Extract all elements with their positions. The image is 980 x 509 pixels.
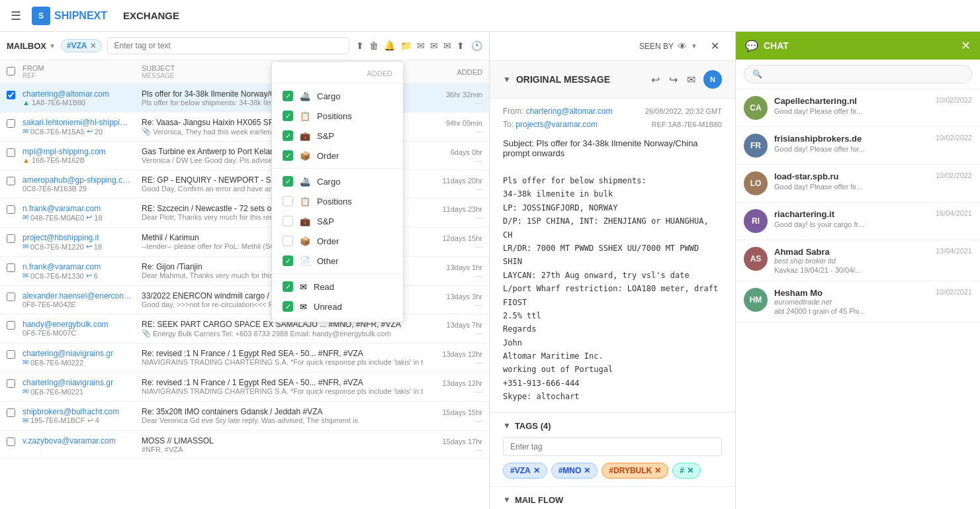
filter-icon-1[interactable]: ⬆ [355, 39, 365, 52]
row-checkbox-5[interactable] [7, 233, 22, 245]
search-input[interactable] [107, 37, 349, 54]
row-checkbox-0[interactable] [7, 89, 22, 101]
mailbox-label[interactable]: MAILBOX ▼ [7, 41, 56, 51]
row-checkbox-6[interactable] [7, 262, 22, 274]
message-date: 26/08/2022, 20:32 GMT [645, 107, 722, 115]
table-row[interactable]: sakari.lehtoniemi@hl-shipping... ✉ 0C8-7… [0, 113, 489, 142]
table-row[interactable]: project@hbshipping.it ✉ 0C8-7E6-M1220 ↩ … [0, 228, 489, 257]
row-checkbox-10[interactable] [7, 378, 22, 390]
checkbox-read[interactable]: ✓ [283, 281, 293, 292]
filter-icon-2[interactable]: 🗑 [368, 39, 380, 52]
row-checkbox-4[interactable] [7, 204, 22, 216]
checkbox-unread[interactable]: ✓ [283, 301, 293, 312]
tag-chip-remove[interactable]: ✕ [90, 42, 96, 50]
row-checkbox-7[interactable] [7, 291, 22, 303]
mail-from-section: project@hbshipping.it ✉ 0C8-7E6-M1220 ↩ … [22, 233, 142, 251]
chat-date-0: 10/02/2022 [936, 96, 972, 104]
col-from-header: FROM REF [22, 64, 142, 79]
table-row[interactable]: handy@energybulk.com 0F8-7E6-M007C RE: S… [0, 314, 489, 344]
mail-from-11: shipbrokers@bulfracht.com [22, 407, 132, 416]
mailflow-toggle[interactable]: ▼ [503, 495, 511, 504]
reply-button[interactable]: ↩ [648, 71, 662, 89]
filter-icon-envelope2[interactable]: ✉ [429, 39, 439, 52]
checkbox-positions1[interactable]: ✓ [283, 111, 293, 121]
table-row[interactable]: chartering@niavigrains.gr ✉ 0E8-7E6-M022… [0, 344, 489, 373]
mail-content-12: MOSS // LIMASSOL #NFR, #VZA [142, 436, 423, 453]
tag-remove-drybulk[interactable]: ✕ [654, 466, 661, 475]
checkbox-other[interactable]: ✓ [283, 255, 293, 266]
chat-close-button[interactable]: ✕ [961, 38, 971, 53]
checkbox-order2[interactable] [283, 236, 293, 246]
order1-icon: 📦 [300, 151, 310, 161]
dropdown-item-other[interactable]: ✓ 📄 Other [272, 251, 403, 271]
row-checkbox-8[interactable] [7, 320, 22, 332]
select-all-checkbox[interactable] [7, 67, 15, 75]
checkbox-cargo1[interactable]: ✓ [283, 91, 293, 101]
tag-remove-mno[interactable]: ✕ [584, 466, 590, 475]
chat-item-1[interactable]: FR frisianshipbrokers.de Good day! Pleas… [736, 127, 980, 165]
table-row[interactable]: mpl@mpl-shipping.com ▲ 168-7E6-M162B Gas… [0, 142, 489, 170]
tag-remove-extra[interactable]: ✕ [687, 466, 693, 475]
chat-item-4[interactable]: AS Ahmad Sabra best ship broker ltd Kavk… [736, 240, 980, 281]
row-checkbox-1[interactable] [7, 118, 22, 130]
tag-input[interactable] [503, 438, 722, 456]
tag-remove-vza[interactable]: ✕ [533, 466, 540, 475]
chat-item-5[interactable]: HM Hesham Mo euromedtrade.net abt 24000 … [736, 281, 980, 322]
dropdown-item-cargo1[interactable]: ✓ 🚢 Cargo [272, 86, 403, 106]
dropdown-item-snp1[interactable]: ✓ 💼 S&P [272, 126, 403, 146]
chat-search-input[interactable] [744, 65, 972, 83]
table-row[interactable]: chartering@altomar.com ▲ 1A8-7E6-M1B80 P… [0, 84, 489, 113]
dropdown-item-unread[interactable]: ✓ ✉ Unread [272, 297, 403, 316]
checkbox-snp1[interactable]: ✓ [283, 130, 293, 141]
checkbox-order1[interactable]: ✓ [283, 150, 293, 161]
tags-toggle[interactable]: ▼ [503, 421, 511, 430]
table-row[interactable]: ameropahub@gp-shipping.com 0C8-7E6-M163B… [0, 170, 489, 199]
ref-icon-2: ▲ [22, 156, 30, 164]
mail-from-section: mpl@mpl-shipping.com ▲ 168-7E6-M162B [22, 147, 142, 164]
row-checkbox-12[interactable] [7, 436, 22, 448]
dropdown-item-positions2[interactable]: 📋 Positions [272, 191, 403, 211]
chat-date-5: 10/02/2021 [936, 288, 972, 296]
table-row[interactable]: chartering@niavigrains.gr ✉ 0E8-7E6-M022… [0, 373, 489, 402]
other-icon: 📄 [300, 256, 310, 266]
row-checkbox-2[interactable] [7, 147, 22, 159]
filter-icon-4[interactable]: 📁 [399, 39, 413, 52]
checkbox-snp2[interactable] [283, 216, 293, 226]
dropdown-item-snp2[interactable]: 💼 S&P [272, 211, 403, 231]
chat-item-0[interactable]: CA Capellechartering.nl Good day! Please… [736, 89, 980, 127]
table-row[interactable]: shipbrokers@bulfracht.com ✉ 195-7E6-M1BC… [0, 402, 489, 431]
dropdown-item-cargo2[interactable]: ✓ 🚢 Cargo [272, 171, 403, 191]
dropdown-item-positions1[interactable]: ✓ 📋 Positions [272, 106, 403, 126]
filter-icon-envelope[interactable]: ✉ [416, 39, 426, 52]
filter-icon-up2[interactable]: ⬆ [455, 39, 466, 52]
row-checkbox-9[interactable] [7, 349, 22, 361]
table-row[interactable]: n.frank@varamar.com ✉ 048-7E6-M0AE0 ↩ 18… [0, 199, 489, 228]
table-row[interactable]: n.frank@varamar.com ✉ 0C8-7E6-M1330 ↩ 6 … [0, 257, 489, 286]
row-checkbox-3[interactable] [7, 175, 22, 187]
filter-icon-3[interactable]: 🔔 [382, 39, 396, 52]
dropdown-item-order1[interactable]: ✓ 📦 Order [272, 146, 403, 165]
dropdown-item-read[interactable]: ✓ ✉ Read [272, 277, 403, 297]
attach-icon: 📎 [142, 127, 151, 136]
mail-from-6: n.frank@varamar.com [22, 262, 132, 271]
checkbox-cargo2[interactable]: ✓ [283, 176, 293, 187]
chat-date-4: 13/04/2021 [936, 247, 972, 255]
from-email[interactable]: chartering@altomar.com [526, 107, 613, 116]
section-toggle[interactable]: ▼ [503, 75, 511, 84]
chat-name-2: load-star.spb.ru [774, 171, 929, 181]
chat-item-2[interactable]: LO load-star.spb.ru Good day! Please off… [736, 165, 980, 203]
filter-icon-envelope3[interactable]: ✉ [442, 39, 453, 52]
table-row[interactable]: v.zazybova@varamar.com MOSS // LIMASSOL … [0, 431, 489, 459]
compose-button[interactable]: ✉ [684, 71, 698, 89]
chat-item-3[interactable]: RI riachartering.it Good day! Is your ca… [736, 203, 980, 240]
hamburger-icon[interactable]: ☰ [11, 9, 21, 23]
close-button[interactable]: ✕ [705, 37, 725, 55]
table-row[interactable]: alexander.haensel@enercon.de 0F8-7E6-M04… [0, 286, 489, 314]
dropdown-item-order2[interactable]: 📦 Order [272, 231, 403, 251]
forward-button[interactable]: ↪ [666, 71, 680, 89]
to-email[interactable]: projects@varamar.com [515, 120, 598, 129]
checkbox-positions2[interactable] [283, 196, 293, 207]
mail-time-6: 13days 1hr— [423, 262, 482, 279]
mail-content-10: Re: revised :1 N France / 1 Egypt Red SE… [142, 378, 423, 395]
row-checkbox-11[interactable] [7, 407, 22, 419]
